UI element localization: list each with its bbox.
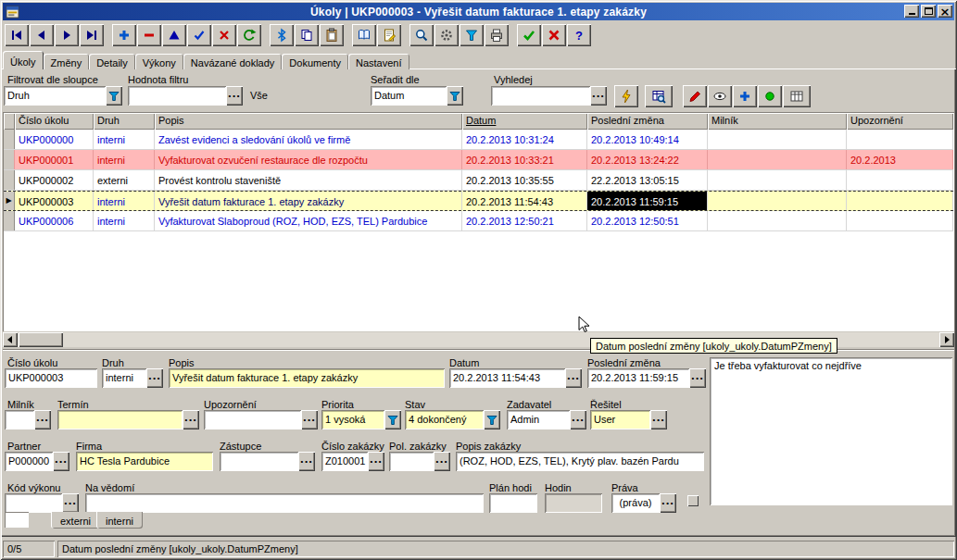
filter-column-dropdown-button[interactable] (106, 86, 122, 106)
cell-zmena[interactable]: 22.2.2013 13:05:15 (587, 170, 708, 190)
datum-field[interactable]: 20.2.2013 11:54:43 (449, 368, 565, 388)
zadavatel-field[interactable]: Admin (507, 410, 570, 429)
column-header-upozorneni[interactable]: Upozornění (847, 113, 953, 130)
cell-cislo[interactable]: UKP000003 (15, 192, 94, 210)
resitel-field[interactable]: User (590, 410, 650, 429)
bluetooth-button[interactable] (270, 24, 294, 46)
tab-navazane-doklady[interactable]: Navázané doklady (183, 54, 283, 69)
cell-popis[interactable]: Zavést evidenci a sledování úkolů ve fir… (155, 130, 462, 149)
add-view-button[interactable] (733, 85, 757, 107)
confirm-button[interactable] (517, 24, 541, 46)
notes-button[interactable] (377, 24, 401, 46)
zmena-ellipsis-button[interactable] (689, 368, 706, 388)
cell-upozorneni[interactable]: 20.2.2013 (847, 150, 953, 169)
cell-cislo[interactable]: UKP000006 (15, 211, 94, 230)
scroll-left-button[interactable] (3, 332, 18, 347)
cell-popis[interactable]: Provést kontrolu staveniště (155, 170, 462, 190)
previous-record-button[interactable] (30, 24, 54, 46)
execute-filter-button[interactable] (614, 85, 638, 107)
tab-ukoly[interactable]: Úkoly (3, 51, 44, 69)
column-header-datum[interactable]: Datum (462, 113, 587, 130)
priorita-field[interactable]: 1 vysoká (321, 410, 384, 429)
refresh-button[interactable] (237, 24, 261, 46)
status-indicator-button[interactable] (758, 85, 782, 107)
firma-field[interactable]: HC Tesla Pardubice (76, 452, 213, 471)
datum-ellipsis-button[interactable] (565, 368, 582, 388)
cell-popis[interactable]: Vyfakturovat Slaboproud (ROZ, HOD, EZS, … (155, 211, 462, 230)
first-record-button[interactable] (5, 24, 29, 46)
cell-zmena[interactable]: 20.2.2013 13:24:22 (587, 150, 708, 169)
cell-druh[interactable]: interni (94, 150, 155, 169)
add-record-button[interactable] (112, 24, 136, 46)
close-button[interactable] (938, 5, 952, 18)
cell-upozorneni[interactable] (847, 170, 953, 190)
milnik-ellipsis-button[interactable] (34, 410, 51, 429)
lookup-button[interactable] (645, 85, 673, 107)
column-header-druh[interactable]: Druh (94, 113, 155, 130)
filter-column-select[interactable]: Druh (4, 86, 106, 106)
tab-nastaveni[interactable]: Nastavení (348, 54, 409, 69)
title-bar[interactable]: Úkoly | UKP000003 - Vyřešit datum faktur… (3, 3, 954, 20)
tab-vykony[interactable]: Výkony (135, 54, 183, 69)
column-header-posledni-zmena[interactable]: Poslední změna (587, 113, 708, 130)
cell-milnik[interactable] (708, 150, 847, 169)
edit-record-button[interactable] (162, 24, 186, 46)
stav-field[interactable]: 4 dokončený (405, 410, 484, 429)
subtab-filter-box[interactable] (5, 512, 29, 528)
scrollbar-thumb[interactable] (19, 332, 63, 347)
pol-zakazky-field[interactable] (389, 452, 434, 471)
cell-druh[interactable]: externi (94, 170, 155, 190)
zastupce-field[interactable] (220, 452, 298, 471)
priorita-dropdown-button[interactable] (384, 410, 401, 429)
cell-datum[interactable]: 20.2.2013 10:31:24 (462, 130, 587, 149)
termin-ellipsis-button[interactable] (183, 410, 199, 429)
druh-ellipsis-button[interactable] (146, 368, 163, 388)
copy-button[interactable] (295, 24, 319, 46)
cislo-zakazky-ellipsis-button[interactable] (368, 452, 384, 471)
cell-upozorneni[interactable] (847, 192, 953, 210)
prava-checkbox[interactable] (687, 495, 699, 506)
filter-value-input[interactable] (128, 86, 226, 106)
table-row[interactable]: UKP000000 interni Zavést evidenci a sled… (4, 130, 953, 150)
cell-milnik[interactable] (708, 130, 847, 149)
paste-button[interactable] (320, 24, 344, 46)
popis-field[interactable]: Vyřešit datum fakturace 1. etapy zakázky (169, 368, 445, 388)
cell-cislo[interactable]: UKP000002 (15, 170, 94, 190)
posledni-zmena-field[interactable]: 20.2.2013 11:59:15 (587, 368, 689, 388)
column-header-popis[interactable]: Popis (155, 113, 462, 130)
delete-record-button[interactable] (137, 24, 161, 46)
partner-ellipsis-button[interactable] (53, 452, 69, 471)
cell-druh[interactable]: interni (94, 130, 155, 149)
documentation-button[interactable] (352, 24, 376, 46)
pol-zakazky-ellipsis-button[interactable] (434, 452, 450, 471)
columns-button[interactable] (783, 85, 811, 107)
cell-datum[interactable]: 20.2.2013 11:54:43 (462, 192, 587, 210)
search-input[interactable] (491, 86, 590, 106)
cislo-ukolu-field[interactable]: UKP000003 (5, 368, 97, 388)
cell-zmena[interactable]: 20.2.2013 10:49:14 (587, 130, 708, 149)
selected-table-row[interactable]: UKP000003 interni Vyřešit datum fakturac… (4, 191, 953, 211)
cell-milnik[interactable] (708, 170, 847, 190)
subtab-interni[interactable]: interni (96, 512, 143, 529)
cell-druh[interactable]: interni (94, 192, 155, 210)
scroll-right-button[interactable] (939, 332, 954, 347)
cell-cislo[interactable]: UKP000001 (15, 150, 94, 169)
filter-button[interactable] (460, 24, 484, 46)
cell-datum[interactable]: 20.2.2013 12:50:21 (462, 211, 587, 230)
resitel-ellipsis-button[interactable] (650, 410, 667, 429)
sort-dropdown-button[interactable] (447, 86, 463, 106)
cell-datum[interactable]: 20.2.2013 10:33:21 (462, 150, 587, 169)
cell-popis[interactable]: Vyřešit datum fakturace 1. etapy zakázky (155, 192, 462, 210)
settings-button[interactable] (434, 24, 459, 46)
selected-cell-zmena[interactable]: 20.2.2013 11:59:15 (587, 192, 708, 210)
last-record-button[interactable] (80, 24, 104, 46)
search-ellipsis-button[interactable] (590, 86, 607, 106)
post-record-button[interactable] (187, 24, 211, 46)
cell-milnik[interactable] (708, 192, 847, 210)
upozorneni-ellipsis-button[interactable] (301, 410, 318, 429)
druh-field[interactable]: interni (102, 368, 146, 388)
app-icon[interactable] (6, 6, 19, 19)
print-button[interactable] (485, 24, 509, 46)
tab-detaily[interactable]: Detaily (89, 54, 135, 69)
cell-cislo[interactable]: UKP000000 (15, 130, 94, 149)
